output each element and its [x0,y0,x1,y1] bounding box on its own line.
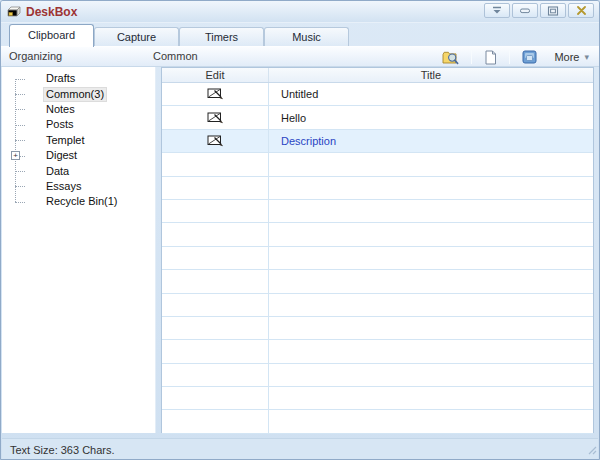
rollup-button[interactable] [484,3,510,18]
list-row[interactable]: Hello [162,106,593,129]
tree-item-posts[interactable]: Posts [2,117,155,132]
tree-item-data[interactable]: Data [2,163,155,178]
search-folder-button[interactable] [433,48,468,66]
list-row-empty [162,294,593,317]
organizing-panel-title: Organizing [9,50,62,62]
close-button[interactable] [568,3,594,18]
tab-music[interactable]: Music [264,27,349,46]
maximize-button[interactable] [540,3,566,18]
common-panel-title: Common [153,50,198,62]
title-cell [269,153,593,175]
toolbar: More ▾ [433,47,595,67]
edit-cell[interactable] [162,364,269,386]
edit-cell[interactable] [162,223,269,245]
minimize-button[interactable] [512,3,538,18]
edit-cell[interactable] [162,410,269,432]
new-document-button[interactable] [475,48,506,66]
status-bar: Text Size: 363 Chars. [2,438,598,460]
tree-item-label: Data [43,165,72,178]
edit-cell[interactable] [162,317,269,339]
list-header: Edit Title [162,68,593,83]
edit-note-icon [207,87,224,101]
title-cell [269,317,593,339]
title-cell [269,387,593,409]
list-body: Untitled Hello Description [162,83,593,434]
tree-item-common-3[interactable]: Common(3) [2,86,155,101]
tree-branch-line [15,202,25,203]
rollup-icon [491,6,503,15]
tree-item-label: Recycle Bin(1) [43,195,121,208]
tree-branch-line [15,79,25,80]
title-cell [269,223,593,245]
more-button[interactable]: More ▾ [546,48,595,66]
edit-cell[interactable] [162,270,269,292]
title-cell: Untitled [269,83,593,105]
tab-bar: Clipboard Capture Timers Music [1,23,599,46]
edit-cell[interactable] [162,387,269,409]
organizing-tree-panel: Drafts Common(3) [2,67,156,433]
tree-item-label: Notes [43,103,78,116]
toolbar-separator [509,50,510,64]
list-row-empty [162,153,593,176]
tree-item-digest[interactable]: + Digest [2,148,155,163]
edit-cell[interactable] [162,153,269,175]
window-title: DeskBox [26,5,77,19]
toolbar-separator [471,50,472,64]
close-icon [576,6,587,15]
title-cell: Hello [269,106,593,128]
list-row-empty [162,387,593,410]
list-row-empty [162,317,593,340]
tab-timers[interactable]: Timers [179,27,264,46]
edit-cell[interactable] [162,340,269,362]
tree-item-label: Essays [43,180,84,193]
tree-branch-line [15,140,25,141]
tab-label: Music [292,31,321,43]
tab-label: Clipboard [28,29,75,41]
list-row-empty [162,340,593,363]
tree-item-label: Digest [43,149,80,162]
minimize-icon [519,6,531,15]
edit-note-icon [207,111,224,125]
tree: Drafts Common(3) [2,67,155,210]
panel-view-button[interactable] [513,48,546,66]
edit-cell[interactable] [162,83,269,105]
new-document-icon [484,50,497,65]
more-label: More [554,51,579,63]
clip-list-panel: Edit Title Untitled Hello [161,67,594,433]
tab-capture[interactable]: Capture [94,27,179,46]
edit-cell[interactable] [162,130,269,152]
tree-item-essays[interactable]: Essays [2,179,155,194]
column-header-title[interactable]: Title [269,68,593,82]
tab-clipboard[interactable]: Clipboard [9,24,94,47]
tree-item-label: Common(3) [43,87,107,102]
tree-item-templet[interactable]: Templet [2,133,155,148]
edit-cell[interactable] [162,200,269,222]
tree-branch-line [15,186,25,187]
window-controls [484,3,594,18]
list-row-empty [162,410,593,433]
blue-panel-icon [522,50,537,64]
edit-cell[interactable] [162,177,269,199]
tab-label: Timers [205,31,238,43]
edit-cell[interactable] [162,106,269,128]
tab-label: Capture [117,31,156,43]
tree-item-notes[interactable]: Notes [2,102,155,117]
tree-item-recycle-bin-1[interactable]: Recycle Bin(1) [2,194,155,209]
title-cell [269,177,593,199]
resize-grip-icon[interactable] [588,445,597,457]
list-row[interactable]: Description [162,130,593,153]
list-row-empty [162,270,593,293]
tree-item-drafts[interactable]: Drafts [2,71,155,86]
tree-branch-line [15,171,25,172]
maximize-icon [547,6,559,16]
list-row[interactable]: Untitled [162,83,593,106]
list-row-empty [162,364,593,387]
edit-note-icon [207,134,224,148]
edit-cell[interactable] [162,294,269,316]
title-cell [269,200,593,222]
tree-expander[interactable]: + [11,151,20,160]
edit-cell[interactable] [162,247,269,269]
column-header-edit[interactable]: Edit [162,68,269,82]
title-cell [269,270,593,292]
title-bar[interactable]: DeskBox [1,1,599,23]
